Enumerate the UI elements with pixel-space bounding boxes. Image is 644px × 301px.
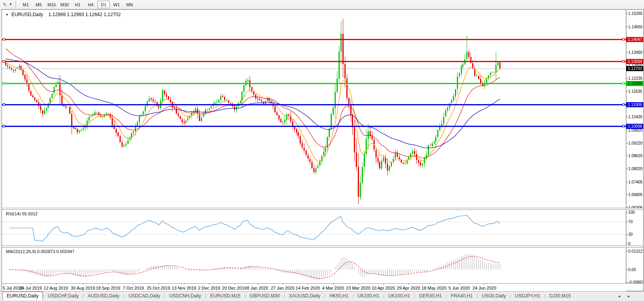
date-tick-mark — [158, 284, 159, 285]
price-level-badge: 1.14047 — [626, 37, 643, 42]
rsi-tick-mark — [626, 212, 628, 213]
price-tick-mark — [626, 169, 628, 169]
price-tick-mark — [626, 65, 628, 66]
timeframe-button-m15[interactable]: M15 — [46, 1, 58, 8]
price-level-badge: 1.12004 — [626, 81, 643, 86]
rsi-label: RSI(14) 55.9312 — [6, 211, 38, 216]
date-label[interactable]: 24 Jun 2020 — [473, 286, 497, 290]
chart-tab-hk50-h1[interactable]: HK50,H1 — [326, 292, 353, 300]
price-tick-label: 1.15265 — [628, 11, 642, 16]
date-axis[interactable]: 5 Jul 201924 Jul 201912 Aug 201930 Aug 2… — [2, 284, 626, 291]
macd-tick-mark — [626, 282, 628, 283]
timeframe-button-h4[interactable]: H4 — [85, 1, 97, 8]
date-label[interactable]: 30 Aug 2019 — [71, 286, 95, 290]
price-tick-label: 1.07405 — [628, 180, 642, 184]
tab-scroll-left-icon[interactable]: ◄ — [617, 294, 621, 298]
chart-tab-usdcad-daily[interactable]: USDCAD,Daily — [125, 292, 164, 300]
timeframe-button-h1[interactable]: H1 — [72, 1, 84, 8]
chart-tab-dj30-m15[interactable]: DJ30,M15 — [545, 292, 575, 300]
timeframe-button-m5[interactable]: M5 — [33, 1, 45, 8]
chart-tab-eurusd-m15[interactable]: EURUSD,M15 — [206, 292, 244, 300]
timeframe-buttons: M1M5M15M30H1H4D1W1MN — [19, 1, 136, 8]
price-level-badge: 1.10008 — [626, 124, 643, 129]
rsi-axis[interactable]: 10070300 — [626, 210, 643, 246]
timeframe-button-d1[interactable]: D1 — [98, 1, 110, 8]
date-label[interactable]: 14 Feb 2020 — [296, 286, 320, 290]
drawing-tool-icon[interactable]: ✎ — [1, 1, 8, 8]
price-tick-mark — [626, 143, 628, 143]
price-tick-mark — [626, 195, 628, 195]
date-label[interactable]: 2 Dec 2019 — [198, 286, 220, 290]
price-tick-label: 1.06205 — [628, 206, 642, 208]
chart-tab-fra40-h1[interactable]: FRA40,H1 — [447, 292, 477, 300]
date-label[interactable]: 8 Jan 2020 — [247, 286, 268, 290]
price-tick-mark — [626, 27, 628, 27]
date-label[interactable]: 24 Jul 2019 — [20, 286, 42, 290]
chart-tab-gbpusd-m30[interactable]: GBPUSD,M30 — [246, 292, 284, 300]
price-level-badge: 1.12702 — [626, 66, 643, 71]
macd-axis[interactable]: 0.0131210.00-0.008933 — [626, 248, 643, 283]
chart-tab-usdchf-daily[interactable]: USDCHF,Daily — [44, 292, 83, 300]
date-label[interactable]: 23 Mar 2020 — [346, 286, 370, 290]
date-label[interactable]: 25 Oct 2019 — [147, 286, 170, 290]
date-label[interactable]: 4 Mar 2020 — [322, 286, 344, 290]
price-tick-label: 1.14650 — [628, 25, 642, 29]
chart-tab-audusd-daily[interactable]: AUDUSD,Daily — [84, 292, 123, 300]
price-tick-label: 1.13450 — [628, 50, 642, 55]
price-panel: ▼ EURUSD,Daily 1.12969 1.12993 1.12642 1… — [2, 10, 643, 208]
date-tick-mark — [383, 284, 384, 285]
price-chart-canvas[interactable] — [2, 10, 626, 208]
price-tick-label: 1.06805 — [628, 193, 642, 197]
rsi-chart-canvas[interactable] — [2, 210, 626, 246]
date-label[interactable]: 12 Aug 2019 — [44, 286, 68, 290]
price-tick-label: 1.09220 — [628, 141, 642, 145]
date-label[interactable]: 20 Dec 2019 — [222, 286, 247, 290]
date-label[interactable]: 13 Nov 2019 — [172, 286, 196, 290]
date-tick-mark — [258, 284, 258, 285]
date-label[interactable]: 18 Sep 2019 — [96, 286, 120, 290]
toolbar-grip[interactable] — [15, 1, 16, 7]
chart-tab-uk100-h1[interactable]: UK100,H1 — [385, 292, 414, 300]
rsi-tick-mark — [626, 222, 628, 222]
chart-tab-uk100-h1[interactable]: UK100,H1 — [353, 292, 383, 300]
date-label[interactable]: 27 Jan 2020 — [271, 286, 295, 290]
tab-scroll-arrows: ◄ ► — [617, 292, 631, 300]
timeframe-button-m30[interactable]: M30 — [59, 1, 71, 8]
price-tick-mark — [626, 117, 628, 117]
price-tick-mark — [626, 91, 628, 92]
chart-tab-usoil-daily[interactable]: USOil,Daily — [478, 292, 510, 300]
macd-chart-canvas[interactable] — [2, 248, 626, 284]
chart-tab-usdcnh-daily[interactable]: USDCNH,Daily — [165, 292, 205, 300]
date-tick-mark — [234, 284, 235, 285]
macd-tick-mark — [626, 251, 628, 251]
date-tick-mark — [6, 284, 6, 285]
price-axis[interactable]: 1.152651.146501.134501.128501.122351.116… — [626, 10, 643, 208]
date-label[interactable]: 29 Apr 2020 — [397, 286, 420, 290]
timeframe-button-m1[interactable]: M1 — [20, 1, 32, 8]
chart-tab-usdjpy-h1[interactable]: USDJPY,H1 — [511, 292, 544, 300]
chart-tab-ger30-h1[interactable]: GER30,H1 — [415, 292, 446, 300]
macd-tick-label: 0.013121 — [628, 249, 643, 253]
rsi-tick-label: 100 — [628, 210, 635, 215]
macd-tick-label: 0.00 — [628, 268, 636, 272]
price-tick-mark — [626, 13, 628, 14]
chart-collapse-icon[interactable]: ▼ — [6, 13, 9, 17]
chart-tab-xauusd-daily[interactable]: XAUUSD,Daily — [285, 292, 324, 300]
date-label[interactable]: 5 Jun 2020 — [449, 286, 470, 290]
date-label[interactable]: 7 Oct 2019 — [123, 286, 144, 290]
price-tick-mark — [626, 182, 628, 182]
dropdown-arrow-icon[interactable]: ▼ — [8, 2, 13, 6]
chart-tab-eurusd-daily[interactable]: EURUSD,Daily — [2, 292, 43, 300]
date-tick-mark — [184, 284, 184, 285]
macd-tick-mark — [626, 270, 628, 270]
timeframe-button-w1[interactable]: W1 — [110, 1, 123, 8]
date-tick-mark — [308, 284, 308, 285]
timeframe-button-mn[interactable]: MN — [123, 1, 136, 8]
date-label[interactable]: 10 Apr 2020 — [372, 286, 395, 290]
price-tick-label: 1.11635 — [628, 89, 642, 94]
price-tick-mark — [626, 52, 628, 53]
date-tick-mark — [358, 284, 359, 285]
tab-scroll-right-icon[interactable]: ► — [627, 294, 631, 298]
price-tick-mark — [626, 156, 628, 156]
date-label[interactable]: 18 May 2020 — [421, 286, 447, 290]
